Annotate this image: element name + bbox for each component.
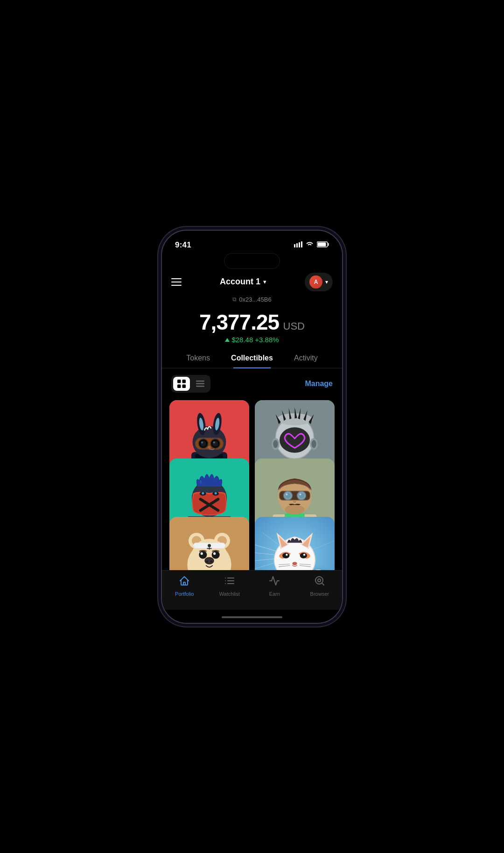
status-time: 9:41 xyxy=(175,240,191,250)
browser-label: Browser xyxy=(310,591,329,597)
menu-button[interactable] xyxy=(171,278,182,286)
nav-watchlist[interactable]: Watchlist xyxy=(207,575,252,597)
svg-point-42 xyxy=(311,440,316,448)
change-amount: $28.48 xyxy=(231,336,253,344)
svg-point-27 xyxy=(201,442,203,444)
svg-rect-1 xyxy=(296,243,298,247)
wallet-address-text: 0x23...45B6 xyxy=(239,296,271,303)
battery-icon xyxy=(317,241,329,249)
app-header: Account 1 ▾ A ▾ xyxy=(162,271,342,295)
bottom-nav: Portfolio Watchlist Earn Browser xyxy=(162,570,342,610)
portfolio-icon xyxy=(179,575,190,589)
svg-line-118 xyxy=(322,583,323,585)
earn-label: Earn xyxy=(269,591,280,597)
menu-line-2 xyxy=(171,282,182,282)
balance-change: $28.48 +3.88% xyxy=(162,336,342,344)
earn-icon xyxy=(269,575,280,589)
nav-earn[interactable]: Earn xyxy=(252,575,297,597)
nav-portfolio[interactable]: Portfolio xyxy=(162,575,207,597)
home-indicator-bar xyxy=(162,610,342,623)
balance-currency: USD xyxy=(283,320,305,332)
svg-rect-5 xyxy=(328,243,329,246)
copy-icon: ⧉ xyxy=(232,296,237,303)
watchlist-icon xyxy=(224,575,235,589)
change-percent: +3.88% xyxy=(255,336,279,344)
svg-point-90 xyxy=(210,561,212,563)
svg-point-53 xyxy=(202,492,204,494)
svg-point-83 xyxy=(199,551,207,559)
tab-collectibles[interactable]: Collectibles xyxy=(225,354,279,368)
grid-toolbar: Manage xyxy=(162,368,342,397)
tab-activity[interactable]: Activity xyxy=(279,354,333,368)
phone-frame: 9:41 Account 1 xyxy=(161,230,343,624)
svg-rect-6 xyxy=(318,242,326,246)
watchlist-label: Watchlist xyxy=(219,591,240,597)
view-toggle xyxy=(171,375,210,393)
grid-view-button[interactable] xyxy=(173,377,190,391)
nav-browser[interactable]: Browser xyxy=(297,575,343,597)
menu-line-3 xyxy=(171,285,182,286)
up-arrow-icon xyxy=(225,338,230,342)
main-tabs: Tokens Collectibles Activity xyxy=(162,346,342,368)
menu-line-1 xyxy=(171,278,182,279)
svg-point-88 xyxy=(205,558,213,564)
svg-point-100 xyxy=(286,554,287,556)
svg-rect-12 xyxy=(196,383,204,385)
tab-tokens[interactable]: Tokens xyxy=(171,354,225,368)
nft-grid: DOKYO xyxy=(162,397,342,570)
svg-rect-10 xyxy=(182,385,186,388)
svg-point-101 xyxy=(303,554,305,556)
svg-point-69 xyxy=(299,493,301,495)
svg-point-67 xyxy=(299,493,304,499)
svg-point-85 xyxy=(201,552,203,555)
svg-point-38 xyxy=(280,427,310,453)
account-chevron-icon: ▾ xyxy=(263,278,266,285)
browser-icon xyxy=(314,575,325,589)
svg-point-86 xyxy=(213,552,216,555)
account-name: Account 1 xyxy=(220,277,260,287)
status-icons xyxy=(294,241,329,249)
svg-point-54 xyxy=(215,492,217,494)
svg-point-68 xyxy=(286,493,287,495)
status-bar: 9:41 xyxy=(162,231,342,253)
nft-card-6[interactable]: + xyxy=(255,517,335,570)
list-view-button[interactable] xyxy=(192,377,209,391)
svg-point-89 xyxy=(206,561,208,563)
avatar: A xyxy=(309,275,322,289)
svg-rect-0 xyxy=(294,244,295,247)
svg-point-99 xyxy=(300,553,307,558)
signal-icon xyxy=(294,241,302,249)
svg-rect-71 xyxy=(287,506,302,509)
dynamic-island xyxy=(224,253,280,269)
svg-point-98 xyxy=(282,553,289,558)
account-selector[interactable]: Account 1 ▾ xyxy=(220,277,266,287)
svg-point-80 xyxy=(208,544,211,547)
svg-rect-13 xyxy=(196,386,204,387)
nft-card-5[interactable] xyxy=(169,517,249,570)
svg-rect-3 xyxy=(301,241,302,247)
svg-point-26 xyxy=(212,441,218,446)
balance-section: 7,377.25 USD $28.48 +3.88% xyxy=(162,309,342,347)
svg-rect-7 xyxy=(177,380,181,383)
balance-amount: 7,377.25 xyxy=(199,310,279,334)
phone-screen: 9:41 Account 1 xyxy=(162,231,342,623)
svg-rect-11 xyxy=(196,381,204,382)
svg-rect-9 xyxy=(177,385,181,388)
svg-point-28 xyxy=(213,442,215,444)
svg-rect-2 xyxy=(299,242,300,247)
svg-point-84 xyxy=(212,551,220,559)
account-avatar-dropdown[interactable]: A ▾ xyxy=(305,273,333,291)
svg-point-29 xyxy=(208,446,211,448)
svg-point-117 xyxy=(318,579,321,582)
portfolio-label: Portfolio xyxy=(175,591,194,597)
svg-point-41 xyxy=(273,440,278,448)
svg-point-25 xyxy=(201,441,206,446)
wifi-icon xyxy=(306,241,314,249)
svg-rect-8 xyxy=(182,380,186,383)
avatar-chevron-icon: ▾ xyxy=(325,279,328,285)
wallet-address-bar[interactable]: ⧉ 0x23...45B6 xyxy=(162,295,342,309)
home-indicator xyxy=(222,616,282,618)
manage-button[interactable]: Manage xyxy=(305,380,333,388)
svg-point-66 xyxy=(285,493,291,499)
balance-display: 7,377.25 USD xyxy=(162,310,342,334)
